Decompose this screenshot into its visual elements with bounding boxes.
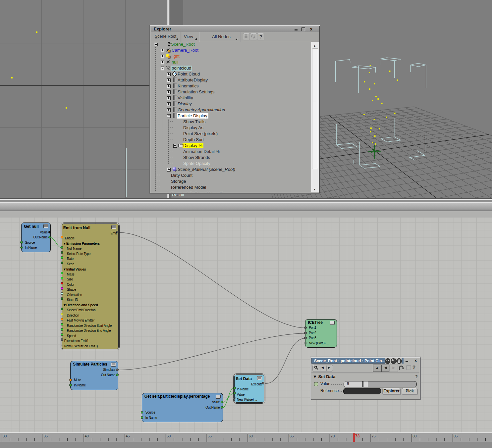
svg-text:35: 35	[44, 434, 48, 438]
svg-text:65: 65	[290, 434, 294, 438]
svg-text:80: 80	[412, 434, 416, 438]
svg-text:85: 85	[454, 434, 458, 438]
svg-text:40: 40	[85, 434, 89, 438]
svg-text:50: 50	[167, 434, 171, 438]
svg-text:55: 55	[208, 434, 212, 438]
svg-text:30: 30	[3, 434, 7, 438]
svg-text:70: 70	[331, 434, 335, 438]
svg-text:P: P	[174, 72, 176, 75]
svg-text:H: H	[168, 56, 170, 58]
svg-text:75: 75	[372, 434, 376, 438]
svg-text:60: 60	[248, 434, 252, 438]
svg-text:H: H	[168, 50, 170, 52]
svg-text:73: 73	[355, 434, 360, 438]
svg-text:45: 45	[126, 434, 130, 438]
